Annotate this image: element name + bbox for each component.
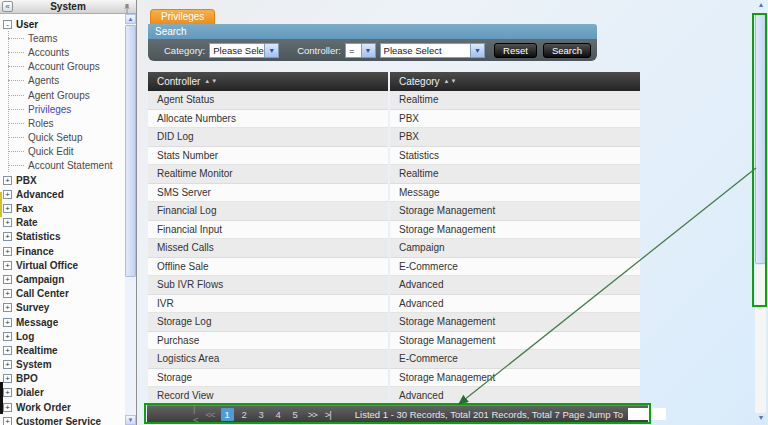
sidebar-item-campaign[interactable]: +Campaign (0, 272, 124, 286)
sidebar-item-customer-service[interactable]: +Customer Service (0, 414, 124, 425)
sidebar-item-quick-edit[interactable]: Quick Edit (0, 145, 124, 159)
expand-node-icon[interactable]: + (3, 318, 12, 327)
sidebar-item-agents[interactable]: Agents (0, 74, 124, 88)
expand-node-icon[interactable]: + (3, 374, 12, 383)
page-button-3[interactable]: 3 (255, 408, 268, 421)
sidebar-item-roles[interactable]: Roles (0, 116, 124, 130)
scroll-up-icon[interactable]: ▲ (755, 0, 767, 10)
sort-asc-icon[interactable]: ▲ (444, 72, 450, 91)
scroll-down-icon[interactable]: ▼ (125, 415, 136, 425)
table-row[interactable]: DID LogPBX (148, 128, 640, 147)
table-row[interactable]: Agent StatusRealtime (148, 91, 640, 110)
sidebar-item-teams[interactable]: Teams (0, 31, 124, 45)
sidebar-item-system[interactable]: +System (0, 358, 124, 372)
sidebar-item-log[interactable]: +Log (0, 329, 124, 343)
main-scrollbar-track[interactable] (755, 265, 766, 413)
table-row[interactable]: Realtime MonitorRealtime (148, 165, 640, 184)
table-row[interactable]: StorageStorage Management (148, 369, 640, 388)
column-header-controller[interactable]: Controller ▲ ▼ (148, 72, 388, 91)
sidebar-item-agent-groups[interactable]: Agent Groups (0, 88, 124, 102)
sidebar-item-account-statement[interactable]: Account Statement (0, 159, 124, 173)
sidebar-item-finance[interactable]: +Finance (0, 244, 124, 258)
sidebar-item-privileges[interactable]: Privileges (0, 102, 124, 116)
page-button-4[interactable]: 4 (272, 408, 285, 421)
table-row[interactable]: Allocate NumbersPBX (148, 110, 640, 129)
table-row[interactable]: SMS ServerMessage (148, 184, 640, 203)
sidebar-item-call-center[interactable]: +Call Center (0, 287, 124, 301)
table-row[interactable]: IVRAdvanced (148, 295, 640, 314)
operator-select[interactable]: = ▼ (345, 43, 376, 58)
scroll-down-icon[interactable]: ▼ (755, 413, 767, 423)
expand-node-icon[interactable]: + (3, 190, 12, 199)
table-row[interactable]: Storage LogStorage Management (148, 313, 640, 332)
scroll-up-icon[interactable]: ▲ (125, 14, 136, 24)
sidebar-item-pbx[interactable]: +PBX (0, 173, 124, 187)
sidebar-item-virtual-office[interactable]: +Virtual Office (0, 258, 124, 272)
sidebar-item-work-order[interactable]: +Work Order (0, 400, 124, 414)
sidebar-item-dialer[interactable]: +Dialer (0, 386, 124, 400)
table-row[interactable]: Sub IVR FlowsAdvanced (148, 276, 640, 295)
sidebar-scrollbar-thumb[interactable] (125, 25, 136, 277)
page-button-1[interactable]: 1 (221, 408, 234, 421)
table-row[interactable]: PurchaseStorage Management (148, 332, 640, 351)
controller-cell: IVR (148, 295, 388, 314)
collapse-node-icon[interactable]: - (3, 20, 12, 29)
page-button-5[interactable]: 5 (289, 408, 302, 421)
expand-node-icon[interactable]: + (3, 403, 12, 412)
sort-desc-icon[interactable]: ▼ (451, 72, 457, 91)
chevron-down-icon[interactable]: ▼ (361, 44, 375, 57)
search-button[interactable]: Search (543, 43, 591, 58)
column-header-category[interactable]: Category ▲ ▼ (390, 72, 640, 91)
tab-privileges[interactable]: Privileges (150, 9, 215, 24)
window-edge-artifact (0, 382, 3, 414)
page-button-2[interactable]: 2 (238, 408, 251, 421)
sidebar-item-user[interactable]: -User (0, 17, 124, 31)
sort-asc-icon[interactable]: ▲ (204, 72, 210, 91)
main-scrollbar-thumb[interactable] (755, 14, 766, 264)
sidebar-item-message[interactable]: +Message (0, 315, 124, 329)
first-page-button[interactable]: |< (193, 403, 198, 425)
expand-node-icon[interactable]: + (3, 388, 12, 397)
expand-node-icon[interactable]: + (3, 275, 12, 284)
category-select[interactable]: Please Select ▼ (209, 43, 279, 58)
expand-node-icon[interactable]: + (3, 360, 12, 369)
sidebar-item-rate[interactable]: +Rate (0, 216, 124, 230)
table-row[interactable]: Financial LogStorage Management (148, 202, 640, 221)
prev-page-button[interactable]: << (206, 409, 215, 420)
expand-node-icon[interactable]: + (3, 417, 12, 425)
sidebar-item-bpo[interactable]: +BPO (0, 372, 124, 386)
pin-icon[interactable] (122, 1, 133, 13)
sidebar-item-quick-setup[interactable]: Quick Setup (0, 131, 124, 145)
expand-node-icon[interactable]: + (3, 232, 12, 241)
reset-button[interactable]: Reset (494, 43, 537, 58)
sidebar-item-account-groups[interactable]: Account Groups (0, 60, 124, 74)
expand-node-icon[interactable]: + (3, 289, 12, 298)
chevron-down-icon[interactable]: ▼ (264, 44, 278, 57)
table-row[interactable]: Logistics AreaE-Commerce (148, 350, 640, 369)
expand-node-icon[interactable]: + (3, 332, 12, 341)
expand-node-icon[interactable]: + (3, 204, 12, 213)
jump-to-input[interactable] (628, 408, 666, 420)
expand-node-icon[interactable]: + (3, 346, 12, 355)
sidebar-scrollbar[interactable]: ▲ ▼ (125, 14, 136, 425)
table-row[interactable]: Stats NumberStatistics (148, 147, 640, 166)
sidebar-item-statistics[interactable]: +Statistics (0, 230, 124, 244)
sort-desc-icon[interactable]: ▼ (211, 72, 217, 91)
expand-node-icon[interactable]: + (3, 303, 12, 312)
expand-node-icon[interactable]: + (3, 247, 12, 256)
sidebar-item-accounts[interactable]: Accounts (0, 45, 124, 59)
sidebar-item-survey[interactable]: +Survey (0, 301, 124, 315)
next-page-button[interactable]: >> (308, 409, 317, 420)
sidebar-item-realtime[interactable]: +Realtime (0, 343, 124, 357)
sidebar-item-fax[interactable]: +Fax (0, 201, 124, 215)
last-page-button[interactable]: >| (325, 409, 331, 420)
expand-node-icon[interactable]: + (3, 218, 12, 227)
controller-select[interactable]: Please Select ▼ (380, 43, 486, 58)
expand-node-icon[interactable]: + (3, 176, 12, 185)
sidebar-item-advanced[interactable]: +Advanced (0, 187, 124, 201)
table-row[interactable]: Financial InputStorage Management (148, 221, 640, 240)
chevron-down-icon[interactable]: ▼ (470, 44, 484, 57)
expand-node-icon[interactable]: + (3, 261, 12, 270)
table-row[interactable]: Missed CallsCampaign (148, 239, 640, 258)
table-row[interactable]: Offline SaleE-Commerce (148, 258, 640, 277)
